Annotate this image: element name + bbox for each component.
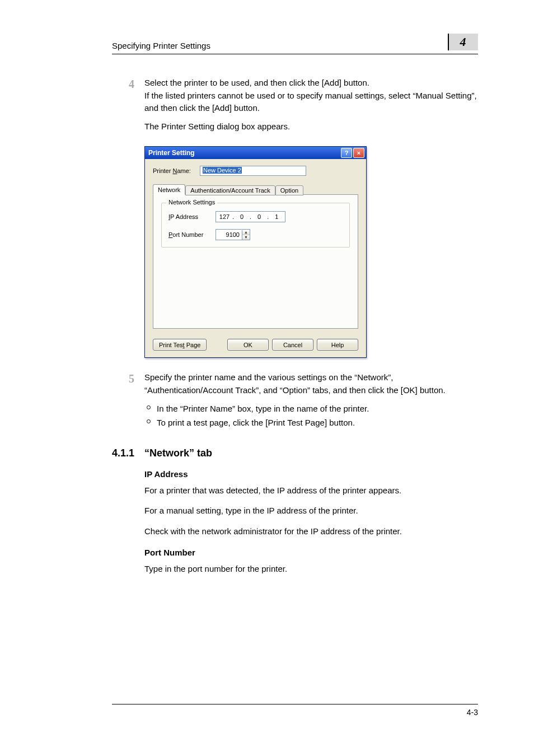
titlebar-help-button[interactable]: ? [341,148,352,158]
tab-authentication-account-track[interactable]: Authentication/Account Track [185,185,275,195]
step-4: 4 Select the printer to be used, and the… [112,77,478,138]
ip-address-para-1: For a printer that was detected, the IP … [144,484,478,497]
step-5-body: Specify the printer name and the various… [144,371,478,396]
tab-network[interactable]: Network [153,184,185,195]
step-4-line-3: The Printer Setting dialog box appears. [144,120,478,133]
step-4-line-2: If the listed printers cannot be used or… [144,90,478,115]
ip-octet-2[interactable]: 0 [235,213,249,220]
ip-address-para-3: Check with the network administrator for… [144,525,478,538]
tabs-row: Network Authentication/Account Track Opt… [153,184,358,194]
tab-panel-network: Network Settings IP Address 127. 0. 0. 1 [153,194,358,329]
chapter-number: 4 [460,35,466,49]
ip-address-label: IP Address [168,213,216,220]
ip-octet-4[interactable]: 1 [269,213,284,220]
titlebar-close-button[interactable]: × [353,148,364,158]
step-4-line-1: Select the printer to be used, and then … [144,77,478,90]
printer-setting-dialog: Printer Setting ? × Printer Name: New De… [144,146,367,358]
step-5-bullet-1: In the “Printer Name” box, type in the n… [144,402,478,415]
port-number-input[interactable]: 9100 ▲ ▼ [216,229,250,240]
running-header: Specifying Printer Settings [112,41,210,50]
port-spin-down[interactable]: ▼ [242,235,250,240]
ip-address-para-2: For a manual setting, type in the IP add… [144,505,478,517]
footer-rule [112,704,478,704]
printer-name-label: Printer Name: [153,167,200,174]
step-5: 5 Specify the printer name and the vario… [112,371,478,431]
port-spin-up[interactable]: ▲ [242,230,250,235]
chapter-badge: 4 [448,34,478,50]
page-number: 4-3 [467,708,478,717]
network-settings-legend: Network Settings [166,199,217,206]
ip-address-heading: IP Address [144,469,478,479]
header-rule [112,54,478,54]
cancel-button[interactable]: Cancel [272,339,313,351]
port-number-value[interactable]: 9100 [216,231,242,238]
print-test-page-button[interactable]: Print Test Page [153,339,207,351]
dialog-title: Printer Setting [148,149,195,157]
ip-octet-3[interactable]: 0 [252,213,266,220]
printer-name-input[interactable]: New Device 2 [200,166,306,176]
step-5-bullet-2: To print a test page, click the [Print T… [144,416,478,429]
step-number-4: 4 [112,77,144,138]
port-number-label: Port Number [168,231,216,238]
step-number-5: 5 [112,371,144,431]
port-number-para-1: Type in the port number for the printer. [144,563,478,576]
printer-setting-dialog-screenshot: Printer Setting ? × Printer Name: New De… [144,146,478,358]
ip-address-input[interactable]: 127. 0. 0. 1 [216,211,285,222]
section-number: 4.1.1 [112,447,144,459]
network-settings-group: Network Settings IP Address 127. 0. 0. 1 [161,203,350,248]
help-button[interactable]: Help [317,339,358,351]
page-footer: 4-3 [112,704,478,717]
ip-octet-1[interactable]: 127 [217,213,232,220]
section-title: “Network” tab [144,447,212,459]
section-heading-4-1-1: 4.1.1 “Network” tab [112,447,478,459]
port-number-heading: Port Number [144,548,478,557]
tab-option[interactable]: Option [275,185,303,195]
dialog-titlebar: Printer Setting ? × [145,147,366,159]
ok-button[interactable]: OK [227,339,269,351]
